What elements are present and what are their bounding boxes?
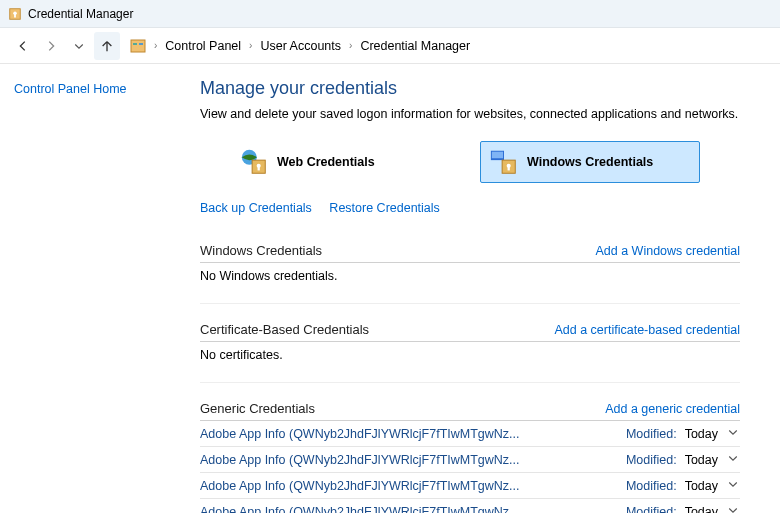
credential-item[interactable]: Adobe App Info (QWNyb2JhdFJlYWRlcjF7fTIw… — [200, 421, 740, 447]
certificate-credentials-section-header: Certificate-Based Credentials Add a cert… — [200, 318, 740, 342]
breadcrumb-level2[interactable]: Credential Manager — [360, 39, 470, 53]
svg-rect-2 — [14, 14, 16, 18]
page-description: View and delete your saved logon informa… — [200, 107, 740, 121]
up-button[interactable] — [94, 32, 120, 60]
sidebar: Control Panel Home — [0, 64, 180, 513]
web-credentials-label: Web Credentials — [277, 155, 375, 169]
web-credentials-icon — [239, 147, 269, 177]
generic-credentials-heading: Generic Credentials — [200, 401, 315, 416]
chevron-right-icon: › — [154, 40, 157, 51]
credential-name: Adobe App Info (QWNyb2JhdFJlYWRlcjF7fTIw… — [200, 453, 590, 467]
control-panel-icon — [130, 38, 146, 54]
credential-name: Adobe App Info (QWNyb2JhdFJlYWRlcjF7fTIw… — [200, 427, 590, 441]
add-generic-credential-link[interactable]: Add a generic credential — [605, 402, 740, 416]
backup-credentials-link[interactable]: Back up Credentials — [200, 201, 312, 215]
chevron-down-icon[interactable] — [726, 452, 740, 467]
credential-modified-date: Today — [685, 453, 718, 467]
generic-credentials-section-header: Generic Credentials Add a generic creden… — [200, 397, 740, 421]
breadcrumb-level1[interactable]: User Accounts — [260, 39, 341, 53]
web-credentials-tile[interactable]: Web Credentials — [230, 141, 450, 183]
chevron-down-icon[interactable] — [726, 426, 740, 441]
svg-rect-11 — [492, 152, 503, 159]
forward-button[interactable] — [38, 32, 64, 60]
windows-credentials-icon — [489, 147, 519, 177]
title-bar: Credential Manager — [0, 0, 780, 28]
svg-rect-9 — [258, 167, 260, 171]
window-title: Credential Manager — [28, 7, 133, 21]
credential-item[interactable]: Adobe App Info (QWNyb2JhdFJlYWRlcjF7fTIw… — [200, 499, 740, 513]
windows-credentials-label: Windows Credentials — [527, 155, 653, 169]
add-windows-credential-link[interactable]: Add a Windows credential — [595, 244, 740, 258]
main-content: Manage your credentials View and delete … — [180, 64, 780, 513]
credential-modified-date: Today — [685, 479, 718, 493]
control-panel-home-link[interactable]: Control Panel Home — [14, 82, 127, 96]
svg-rect-3 — [131, 40, 145, 52]
windows-credentials-tile[interactable]: Windows Credentials — [480, 141, 700, 183]
chevron-right-icon: › — [349, 40, 352, 51]
credential-modified-label: Modified: — [626, 427, 677, 441]
svg-rect-4 — [133, 43, 137, 45]
page-title: Manage your credentials — [200, 78, 740, 99]
windows-credentials-empty: No Windows credentials. — [200, 263, 740, 304]
certificate-credentials-empty: No certificates. — [200, 342, 740, 383]
generic-credentials-list: Adobe App Info (QWNyb2JhdFJlYWRlcjF7fTIw… — [200, 421, 740, 513]
recent-dropdown[interactable] — [66, 32, 92, 60]
credential-modified-label: Modified: — [626, 505, 677, 514]
back-button[interactable] — [10, 32, 36, 60]
credential-item[interactable]: Adobe App Info (QWNyb2JhdFJlYWRlcjF7fTIw… — [200, 447, 740, 473]
svg-rect-14 — [508, 167, 510, 171]
credential-item[interactable]: Adobe App Info (QWNyb2JhdFJlYWRlcjF7fTIw… — [200, 473, 740, 499]
add-certificate-credential-link[interactable]: Add a certificate-based credential — [554, 323, 740, 337]
credential-manager-icon — [8, 7, 22, 21]
breadcrumb-root[interactable]: Control Panel — [165, 39, 241, 53]
chevron-down-icon[interactable] — [726, 478, 740, 493]
breadcrumb[interactable]: › Control Panel › User Accounts › Creden… — [130, 38, 470, 54]
chevron-right-icon: › — [249, 40, 252, 51]
credential-modified-label: Modified: — [626, 453, 677, 467]
windows-credentials-heading: Windows Credentials — [200, 243, 322, 258]
nav-bar: › Control Panel › User Accounts › Creden… — [0, 28, 780, 64]
credential-modified-date: Today — [685, 427, 718, 441]
certificate-credentials-heading: Certificate-Based Credentials — [200, 322, 369, 337]
credential-modified-label: Modified: — [626, 479, 677, 493]
credential-modified-date: Today — [685, 505, 718, 514]
svg-rect-5 — [139, 43, 143, 45]
restore-credentials-link[interactable]: Restore Credentials — [329, 201, 439, 215]
credential-name: Adobe App Info (QWNyb2JhdFJlYWRlcjF7fTIw… — [200, 479, 590, 493]
chevron-down-icon[interactable] — [726, 504, 740, 513]
windows-credentials-section-header: Windows Credentials Add a Windows creden… — [200, 239, 740, 263]
credential-name: Adobe App Info (QWNyb2JhdFJlYWRlcjF7fTIw… — [200, 505, 590, 514]
